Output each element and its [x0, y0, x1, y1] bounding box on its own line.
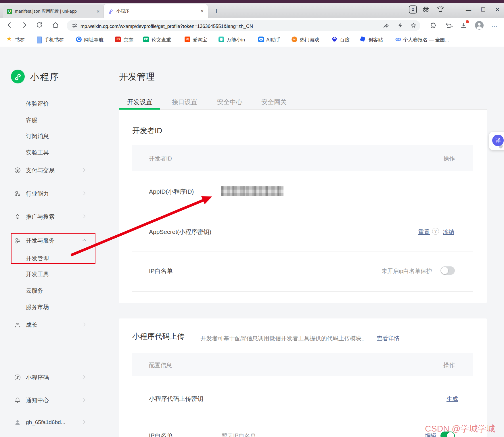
freeze-link[interactable]: 冻结 — [443, 228, 454, 236]
back-icon[interactable] — [6, 21, 13, 29]
sidebar-item-market[interactable]: 服务市场 — [26, 303, 49, 311]
new-tab-button[interactable]: + — [214, 6, 219, 15]
bookmark-item[interactable]: 热门游戏 — [300, 37, 319, 43]
translate-icon[interactable]: 译 — [492, 135, 504, 146]
pp-icon[interactable]: PP — [143, 37, 149, 42]
sidebar-item-experience[interactable]: 体验评价 — [26, 100, 49, 107]
sidebar-item-dev-tools[interactable]: 开发工具 — [26, 270, 49, 278]
bookmark-item[interactable]: AI助手 — [266, 37, 281, 43]
close-button[interactable]: ✕ — [495, 6, 500, 13]
maximize-button[interactable]: ☐ — [481, 6, 486, 13]
share-icon[interactable] — [382, 22, 389, 29]
tab-dev-settings[interactable]: 开发设置 — [127, 98, 152, 106]
browser-window: U manifest.json 应用配置 | uni-app ✕ 小程序 ✕ +… — [0, 0, 504, 437]
page-title: 开发管理 — [119, 71, 155, 83]
sidebar-item-account[interactable]: gh_65fa1d6bd... — [26, 419, 65, 426]
sidebar-item-minicode[interactable]: 小程序码 — [26, 374, 49, 381]
site-settings-icon[interactable] — [72, 23, 78, 28]
phone-icon[interactable] — [37, 37, 42, 43]
table-header-left: 开发者ID — [149, 155, 172, 163]
uniapp-favicon-icon: U — [7, 9, 12, 14]
baidu-paw-icon[interactable] — [331, 36, 338, 42]
profile-avatar[interactable] — [475, 21, 484, 30]
robot-teal-icon[interactable] — [219, 37, 224, 42]
row-divider — [132, 291, 473, 292]
bookmark-star-icon[interactable] — [410, 22, 417, 29]
tab-counter-badge[interactable]: 2 — [409, 5, 417, 14]
miniprogram-logo-icon[interactable] — [11, 70, 25, 83]
tab-security-gateway[interactable]: 安全网关 — [261, 98, 287, 106]
bookmark-item[interactable]: 万能小in — [227, 37, 245, 43]
sidebar-item-lab[interactable]: 实验工具 — [26, 149, 49, 156]
ip-whitelist-label: IP白名单 — [149, 432, 173, 437]
sidebar-item-industry[interactable]: 行业能力 — [26, 190, 49, 197]
sidebar-item-subscribe[interactable]: 订阅消息 — [26, 132, 49, 140]
tab-close-icon[interactable]: ✕ — [200, 9, 204, 14]
ip-whitelist-label: IP白名单 — [149, 267, 173, 275]
tab-api-settings[interactable]: 接口设置 — [172, 98, 197, 106]
star-icon[interactable]: ★ — [6, 35, 12, 43]
bookmark-item[interactable]: 爱淘宝 — [193, 37, 207, 43]
sidebar-item-cloud[interactable]: 云服务 — [26, 287, 43, 294]
growth-icon — [14, 321, 21, 329]
minimize-button[interactable]: — — [466, 7, 471, 13]
detail-link[interactable]: 查看详情 — [377, 335, 400, 342]
browser-tab-miniprogram[interactable]: 小程序 ✕ — [104, 4, 208, 18]
sidebar-item-promotion[interactable]: 推广与搜索 — [26, 213, 55, 220]
url-text[interactable]: mp.weixin.qq.com/wxamp/devprofile/get_pr… — [81, 24, 377, 29]
window-frame-strip — [0, 0, 504, 3]
ip-whitelist-value: 暂无IP白名单 — [222, 432, 256, 437]
home-icon[interactable] — [52, 21, 59, 29]
chevron-right-icon — [82, 397, 87, 403]
browser-tab-uniapp[interactable]: U manifest.json 应用配置 | uni-app ✕ — [3, 5, 104, 18]
help-icon[interactable]: ? — [432, 228, 439, 235]
bookmark-item[interactable]: 京东 — [124, 37, 133, 43]
theme-shirt-icon[interactable] — [436, 5, 444, 13]
game-orange-icon[interactable]: M — [292, 37, 297, 42]
bookmark-item[interactable]: 个人赛报名 — 全国... — [403, 37, 456, 43]
incognito-icon[interactable] — [421, 5, 430, 13]
bookmark-item[interactable]: 网址导航 — [84, 37, 104, 43]
bookmark-item[interactable]: 手机书签 — [44, 37, 64, 43]
minicode-icon — [14, 374, 21, 381]
tab-close-icon[interactable]: ✕ — [96, 9, 100, 14]
jd-icon[interactable]: JD — [115, 37, 121, 42]
chevron-right-icon — [82, 167, 87, 173]
browser-menu-icon[interactable]: … — [491, 21, 498, 29]
extensions-puzzle-icon[interactable] — [430, 22, 437, 29]
bookmark-item[interactable]: 百度 — [340, 37, 350, 43]
sidebar-item-service[interactable]: 客服 — [26, 116, 37, 124]
ai-chat-icon[interactable] — [258, 37, 264, 42]
lightning-icon[interactable] — [397, 22, 404, 29]
chevron-right-icon — [82, 191, 87, 196]
generate-link[interactable]: 生成 — [446, 395, 458, 403]
tab-security-center[interactable]: 安全中心 — [217, 98, 242, 106]
bookmark-item[interactable]: 论文查重 — [152, 37, 171, 43]
nav-swirl-icon[interactable] — [76, 37, 82, 42]
watermark: CSDN @学城学城 — [425, 423, 495, 435]
tab-title: 小程序 — [116, 8, 188, 14]
window-controls-divider — [454, 6, 454, 12]
history-undo-icon[interactable] — [444, 22, 453, 29]
sidebar-item-payment[interactable]: 支付与交易 — [26, 167, 55, 174]
download-alert-badge — [466, 20, 469, 23]
bookmark-item[interactable]: 书签 — [15, 37, 25, 43]
row-divider — [132, 251, 473, 251]
annotation-red-box — [11, 233, 95, 264]
forward-icon[interactable] — [21, 21, 28, 29]
row-divider — [132, 418, 473, 418]
chevron-right-icon — [82, 214, 87, 220]
section-heading-developer-id: 开发者ID — [132, 126, 162, 136]
sidebar-item-growth[interactable]: 成长 — [26, 321, 37, 329]
pay-icon — [14, 167, 21, 174]
upload-key-label: 小程序代码上传密钥 — [149, 395, 203, 403]
tao-icon[interactable]: 淘 — [185, 37, 190, 42]
rings-icon[interactable] — [395, 37, 401, 42]
sidebar-item-notifications[interactable]: 通知中心 — [26, 396, 49, 404]
reload-icon[interactable] — [36, 21, 43, 29]
reset-link[interactable]: 重置 — [418, 228, 430, 236]
chevron-right-icon — [82, 419, 87, 425]
ip-whitelist-status: 未开启ip白名单保护 — [382, 267, 432, 275]
bookmark-item[interactable]: 创客贴 — [368, 37, 383, 43]
ip-protection-toggle[interactable] — [440, 266, 455, 275]
